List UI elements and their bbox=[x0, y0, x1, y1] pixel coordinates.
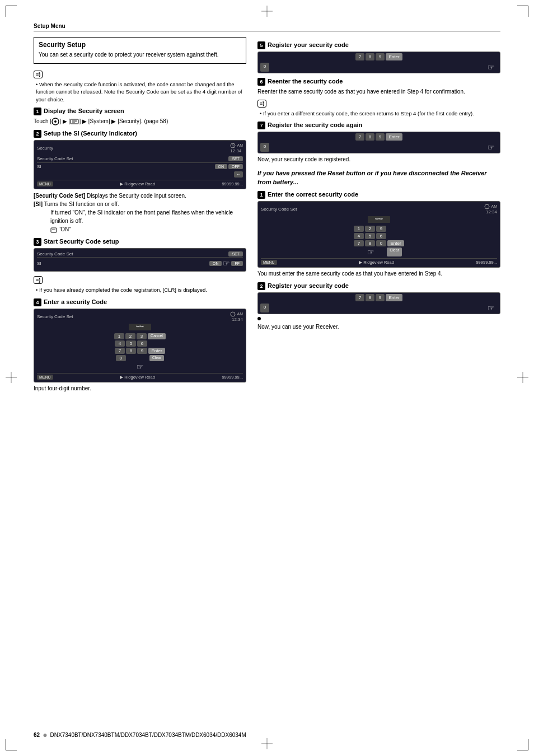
screen-2-si-buttons: ON OFF bbox=[215, 164, 243, 169]
page-header: Setup Menu bbox=[34, 22, 500, 31]
step-6-header: 6 Reenter the security code bbox=[257, 78, 500, 86]
step-7-hand: ☞ bbox=[270, 143, 498, 152]
screen-3-si-label: SI bbox=[37, 261, 41, 266]
screen-3-hand: ☞ bbox=[223, 259, 230, 268]
screen-4-title: Security Code Set bbox=[37, 314, 73, 319]
screen-4-clock: AM 12:34 bbox=[230, 311, 243, 322]
screen-3-title: Security Code Set bbox=[37, 251, 73, 256]
svg-point-19 bbox=[231, 312, 235, 316]
sub-step-1-screen: Security Code Set AM 12:34 **** 1 2 9 bbox=[257, 201, 500, 268]
screen-3-on-btn: ON bbox=[209, 261, 222, 266]
screen-2-menu: MENU bbox=[37, 181, 53, 186]
step-6-num: 6 bbox=[257, 78, 265, 86]
cross-top bbox=[261, 6, 273, 18]
note-block-1: ≡) When the Security Code function is ac… bbox=[34, 68, 246, 103]
step-3-header: 3 Start Security Code setup bbox=[34, 238, 246, 246]
sub-step-2-row1: 7 8 9 Enter bbox=[258, 293, 500, 302]
cross-left bbox=[6, 372, 17, 384]
step-7-row2: 0 ☞ bbox=[258, 142, 500, 153]
step-5-row1: 7 8 9 Enter bbox=[258, 52, 500, 62]
step-1-title: Display the Security screen bbox=[44, 108, 124, 114]
section-description: You can set a security code to protect y… bbox=[39, 51, 241, 59]
sub-screen-1-road: ▶ Ridgeview Road bbox=[359, 260, 394, 265]
sub-screen-1-row2: 4 5 6 bbox=[261, 233, 497, 239]
step-4-num: 4 bbox=[34, 298, 41, 306]
screen-2-on-btn: ON bbox=[215, 164, 228, 169]
content-area: Security Setup You can set a security co… bbox=[34, 37, 500, 394]
sub-step-2-screen: 7 8 9 Enter 0 ☞ bbox=[257, 292, 500, 314]
right-column: 5 Register your security code 7 8 9 Ente… bbox=[257, 37, 500, 394]
note-text-3: If you have already completed the code r… bbox=[36, 286, 246, 293]
bullet-dot bbox=[257, 317, 261, 320]
sub-screen-1-row3: 7 8 0 Enter bbox=[261, 240, 497, 246]
screen-4-bottom: MENU ▶ Ridgeview Road 99999.99... bbox=[37, 373, 243, 380]
step-2-title: Setup the SI (Security Indicator) bbox=[44, 130, 137, 137]
step-3-title: Start Security Code setup bbox=[44, 238, 119, 245]
screen-2-off-btn: OFF bbox=[228, 164, 243, 169]
screen-2-label2: SI bbox=[37, 164, 41, 169]
note-text-1: When the Security Code function is activ… bbox=[36, 81, 246, 103]
screen-2-road: ▶ Ridgeview Road bbox=[120, 181, 155, 186]
screen-2-bottom: MENU ▶ Ridgeview Road 99999.99... bbox=[37, 180, 243, 186]
sub-step-1-header: 1 Enter the correct security code bbox=[257, 191, 500, 199]
step-3-num: 3 bbox=[34, 238, 41, 246]
svg-line-16 bbox=[233, 146, 234, 146]
crop-mark-br bbox=[517, 739, 528, 750]
step-2-header: 2 Setup the SI (Security Indicator) bbox=[34, 130, 246, 138]
screen-2-clock: AM12:34 bbox=[230, 143, 243, 153]
screen-4-display: **** bbox=[129, 324, 151, 330]
step-7-desc: Now, your security code is registered. bbox=[257, 156, 500, 164]
screen-4-row3: 7 8 9 Enter bbox=[37, 348, 243, 354]
svg-point-20 bbox=[485, 204, 489, 209]
sub-screen-1-clock: AM 12:34 bbox=[484, 204, 497, 214]
sub-step-2-desc: Now, you can use your Receiver. bbox=[257, 323, 500, 331]
step-7-screen: 7 8 9 Enter 0 ☞ bbox=[257, 132, 500, 153]
sub-screen-1-hand: ☞ bbox=[367, 248, 374, 256]
sub-screen-1-bottom: MENU ▶ Ridgeview Road 99999.99... bbox=[261, 258, 497, 265]
step-5-header: 5 Register your security code bbox=[257, 41, 500, 49]
screen-3-off-btn: FF bbox=[231, 261, 243, 266]
step-7-title: Register the security code again bbox=[268, 122, 362, 128]
screen-4-row2: 4 5 6 bbox=[37, 340, 243, 347]
left-column: Security Setup You can set a security co… bbox=[34, 37, 246, 394]
security-setup-box: Security Setup You can set a security co… bbox=[34, 37, 246, 64]
sub-screen-1-row4: ☞ Clear bbox=[261, 248, 497, 256]
sub-step-2-header: 2 Register your security code bbox=[257, 282, 500, 290]
step-3-screen: Security Code Set SET SI ON ☞ FF bbox=[34, 248, 246, 272]
section-title: Security Setup bbox=[39, 41, 241, 49]
svg-rect-17 bbox=[51, 228, 57, 232]
note-icon-6: ≡) bbox=[257, 100, 266, 108]
screen-2-nav: ← bbox=[37, 170, 243, 178]
screen-4-road: ▶ Ridgeview Road bbox=[120, 375, 155, 380]
screen-2-title: Security bbox=[37, 146, 53, 151]
note-icon-1: ≡) bbox=[34, 71, 43, 78]
step-6-desc: Reenter the same security code as that y… bbox=[257, 88, 500, 96]
screen-4-menu: MENU bbox=[37, 375, 53, 380]
cross-right bbox=[517, 372, 528, 384]
screen-4-hand: ☞ bbox=[137, 362, 144, 371]
step-6-title: Reenter the security code bbox=[268, 78, 343, 85]
page-number: 62 bbox=[34, 732, 40, 738]
item-security-code-set-label: [Security Code Set] bbox=[34, 193, 85, 199]
sub-screen-1-menu: MENU bbox=[261, 260, 277, 265]
note-text-6: If you enter a different security code, … bbox=[260, 110, 500, 117]
sub-screen-1-row1: 1 2 9 bbox=[261, 226, 497, 232]
sub-screen-1-dist: 99999.99... bbox=[476, 260, 497, 265]
step-1-num: 1 bbox=[34, 108, 41, 115]
step-4-header: 4 Enter a security Code bbox=[34, 298, 246, 306]
screen-4-row4: 0 Clear bbox=[37, 355, 243, 361]
page: Setup Menu Security Setup You can set a … bbox=[0, 0, 534, 756]
footer-separator: ● bbox=[43, 730, 47, 739]
step-7-row1: 7 8 9 Enter bbox=[258, 132, 500, 142]
cross-bottom bbox=[261, 738, 273, 750]
sub-step-2-title: Register your security code bbox=[268, 282, 349, 289]
screen-4-hand-row: ☞ bbox=[37, 362, 243, 371]
step-1-content: Touch [] ▶ [] ▶ [System] ▶ [Security]. (… bbox=[34, 118, 246, 125]
sub-step-2-num: 2 bbox=[257, 282, 265, 290]
sub-step-2-row2: 0 ☞ bbox=[258, 302, 500, 314]
step-5-screen: 7 8 9 Enter 0 ☞ bbox=[257, 52, 500, 73]
step-4-title: Enter a security Code bbox=[44, 298, 107, 305]
bullet-dot-row bbox=[257, 317, 500, 320]
screen-4-dist: 99999.99... bbox=[222, 375, 243, 380]
svg-point-9 bbox=[54, 120, 57, 123]
